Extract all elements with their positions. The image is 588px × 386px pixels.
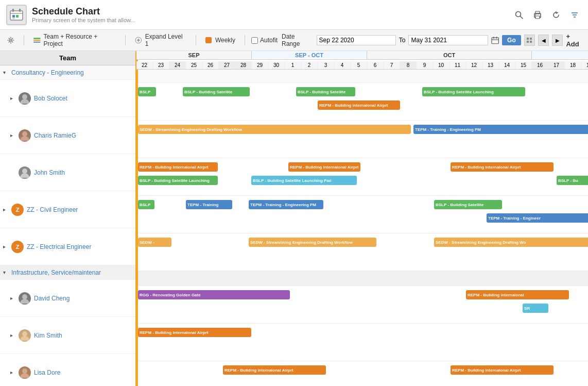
bar-zz-civil-2: TEPM - Training [186,200,232,209]
day-6: 6 [367,61,384,69]
avatar-charis [19,129,31,142]
nav-next-button[interactable]: ▶ [552,35,563,46]
expand-level-button[interactable]: Expand Level 1 [132,32,189,48]
gantt-row-charis: SEDW - Streamlining Engineering Drafting… [136,121,588,158]
sidebar-item-john[interactable]: John Smith [0,154,135,191]
bar-lisa-2: REPM - Building Internaional Airprt [451,365,554,375]
zz-elec-label: ZZ - Electrical Engineer [27,243,91,250]
day-22: 22 [136,61,153,69]
view-label: Team + Resource + Project [44,33,116,47]
svg-point-32 [22,131,27,137]
bar-john-1: REPM - Building Internaional Airprt [138,162,218,172]
left-panel: Team ▾ Consultancy - Engineering ▸ Bob S… [0,51,136,386]
gantt-row-infra [136,271,588,286]
day-17: 17 [548,61,565,69]
zz-civil-icon: Z [11,204,24,216]
svg-rect-11 [535,16,540,19]
svg-point-35 [22,331,27,337]
svg-rect-6 [12,18,15,19]
svg-point-12 [535,14,536,15]
add-button[interactable]: + Add [566,32,584,48]
bar-bob-5: REPM - Building Internaional Airprt [318,100,400,110]
app-title: Schedule Chart [32,6,135,17]
print-icon[interactable] [530,8,545,22]
zz-elec-icon: Z [11,241,24,253]
view-selector-button[interactable]: Team + Resource + Project [30,32,119,48]
bar-bob-4: BSLP - Building Satellite Launching [422,87,525,96]
main-content: Team ▾ Consultancy - Engineering ▸ Bob S… [0,51,588,386]
date-to-input[interactable] [408,35,488,45]
sidebar-item-lisa[interactable]: ▸ Lisa Dore [0,354,135,386]
gantt-panel: SEP SEP - OCT OCT OCT 22 23 24 25 26 27 … [136,51,588,386]
sidebar-item-bob[interactable]: ▸ Bob Solocet [0,80,135,117]
month-oct2: OCT [532,51,588,59]
svg-rect-2 [19,9,21,12]
autofit-control[interactable]: Autofit [251,37,278,44]
gantt-row-lisa: REPM - Building Internaional Airprt REPM… [136,361,588,386]
sidebar-item-kim[interactable]: ▸ Kim Smith [0,317,135,354]
sidebar-item-zz-civil[interactable]: ▸ Z ZZ - Civil Engineer [0,191,135,228]
day-3: 3 [318,61,334,69]
bar-zz-civil-3: TEPM - Training - Engineering PM [249,200,323,209]
svg-rect-18 [33,40,41,41]
day-13: 13 [482,61,499,69]
svg-point-31 [22,94,27,99]
svg-point-33 [22,169,27,174]
day-27: 27 [219,61,235,69]
go-button[interactable]: Go [502,35,521,45]
svg-point-36 [22,368,27,374]
day-19: 19 [581,61,588,69]
bar-kim-1: REPM - Building Internaional Airprt [138,328,251,337]
date-range-label: Date Range [282,33,314,47]
expand-arrow-infra: ▾ [3,270,11,275]
svg-rect-30 [530,41,532,43]
bar-bob-1: BSLP [138,87,156,96]
weekly-button[interactable]: Weekly [202,36,238,45]
bar-john-3: REPM - Building Internaional Airprt [451,162,554,172]
bar-zz-civil-4: BSLP - Building Satellite [434,200,502,209]
bar-john-2: REPM - Building Internaional Airprt [288,162,360,172]
bar-lisa-1: REPM - Building Internaional Airprt [223,365,326,375]
refresh-icon[interactable] [549,8,563,22]
bar-john-5: BSLP - Building Satellite Launching Pad [251,176,357,185]
expand-arrow-zz-elec: ▸ [3,244,11,249]
sidebar-item-infra[interactable]: ▾ Infrastructure, Service/maintenar [0,265,135,280]
day-14: 14 [499,61,515,69]
date-from-input[interactable] [317,35,396,45]
gantt-row-david: RGG - Renovating Golden Gate REPM - Buil… [136,286,588,324]
day-30: 30 [268,61,285,69]
calendar-icon[interactable] [491,36,499,44]
sidebar-item-zz-elec[interactable]: ▸ Z ZZ - Electrical Engineer [0,228,135,265]
day-25: 25 [186,61,202,69]
svg-line-8 [521,16,523,19]
date-to-separator: To [399,37,406,44]
day-4: 4 [334,61,351,69]
autofit-checkbox[interactable] [251,37,258,44]
svg-point-16 [10,39,12,41]
expand-arrow-bob: ▸ [10,95,19,101]
weekly-label: Weekly [215,37,235,44]
day-23: 23 [153,61,169,69]
svg-rect-1 [12,9,14,12]
gantt-months-header: SEP SEP - OCT OCT OCT [136,51,588,60]
sidebar-item-charis[interactable]: ▸ Charis RamieG [0,117,135,154]
gantt-row-zz-civil: BSLP TEPM - Training TEPM - Training - E… [136,196,588,233]
filter-icon[interactable] [567,8,582,22]
search-icon[interactable] [512,8,526,22]
bar-bob-2: BSLP - Building Satellite [183,87,250,96]
sidebar-item-consultancy[interactable]: ▾ Consultancy - Engineering [0,65,135,80]
bar-bob-3: BSLP - Building Satellite [296,87,355,96]
kim-label: Kim Smith [34,332,62,339]
avatar-bob [19,92,31,105]
consultancy-label: Consultancy - Engineering [11,69,84,76]
settings-button[interactable] [4,36,18,45]
bob-label: Bob Solocet [34,95,67,102]
sidebar-item-david[interactable]: ▸ David Cheng [0,280,135,317]
day-5: 5 [351,61,367,69]
day-11: 11 [449,61,466,69]
view-toggle[interactable] [524,35,535,46]
bar-charis-1: SEDW - Streamlining Engineering Drafting… [138,125,411,134]
gantt-row-zz-elec: SEDW - SEDW - Streamlining Engineering D… [136,233,588,271]
nav-prev-button[interactable]: ◀ [538,35,549,46]
svg-point-34 [22,294,27,299]
